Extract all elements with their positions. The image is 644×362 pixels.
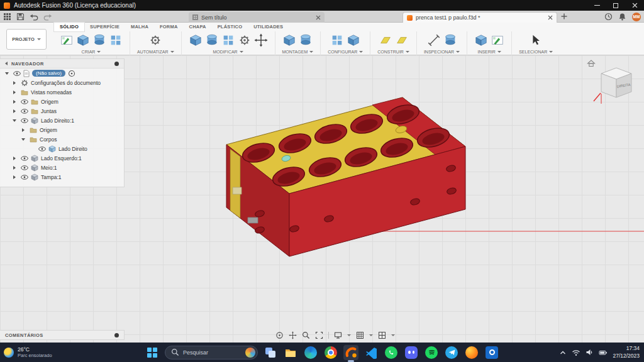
vscode-button[interactable] [364,345,379,360]
battery-icon[interactable] [599,349,608,356]
fillet-button[interactable] [205,33,219,47]
zoom-icon[interactable] [302,331,310,339]
whatsapp-button[interactable] [384,345,399,360]
outlook-button[interactable] [484,345,499,360]
discord-button[interactable] [404,345,419,360]
joint-button[interactable] [299,33,313,47]
browser-item-bodies[interactable]: Corpos [0,134,124,144]
measure-button[interactable] [427,33,441,47]
tab-plastico[interactable]: PLÁSTICO [212,23,248,31]
group-label[interactable]: MONTAGEM [282,50,314,54]
expand-icon[interactable] [13,90,16,94]
group-label[interactable]: SELECIONAR [519,50,553,54]
section-analysis-button[interactable] [443,33,457,47]
visibility-eye-icon[interactable] [21,118,28,123]
construction-plane-button[interactable] [379,33,392,47]
save-icon[interactable] [16,13,25,21]
weather-widget[interactable]: 26°C Parc ensolarado [4,343,52,362]
undo-icon[interactable] [30,13,38,21]
dimension-tag[interactable] [248,217,258,223]
browser-item-lado-direito-body[interactable]: Lado Direito [0,144,124,153]
search-highlight-icon[interactable] [245,348,255,358]
shell-button[interactable] [221,33,235,47]
pan-icon[interactable] [289,331,297,339]
fusion-360-button[interactable] [343,345,358,360]
expand-icon[interactable] [21,138,25,141]
expand-icon[interactable] [13,119,16,122]
browser-item-lado-direito-1[interactable]: Lado Direito:1 [0,116,124,125]
document-tab-untitled[interactable]: Sem título [189,12,325,23]
group-label[interactable]: CRIAR [82,50,101,54]
browser-item-joints[interactable]: Juntas [0,106,124,116]
insert-mesh-button[interactable] [474,33,488,47]
taskbar-clock[interactable]: 17:34 27/12/2023 [613,345,640,359]
browser-item-origin-2[interactable]: Origem [0,125,124,134]
group-label[interactable]: CONSTRUIR [377,50,409,54]
fit-view-icon[interactable] [315,331,323,339]
chevron-down-icon[interactable] [391,334,395,336]
tab-solido[interactable]: SÓLIDO [54,23,84,31]
browser-item-root[interactable]: (Não salvo) [0,69,124,78]
home-icon[interactable] [588,60,595,67]
user-avatar[interactable]: MM [632,13,641,21]
tab-superficie[interactable]: SUPERFÍCIE [84,23,125,31]
wifi-icon[interactable] [572,349,580,356]
model-block[interactable] [226,97,465,256]
group-label[interactable]: MODIFICAR [213,50,243,54]
browser-item-origin[interactable]: Origem [0,97,124,106]
visibility-eye-icon[interactable] [21,165,28,170]
maximize-button[interactable] [606,0,625,11]
expand-icon[interactable] [22,128,25,132]
construction-axis-button[interactable] [395,33,409,47]
create-box-button[interactable] [76,33,90,47]
configuration-table-button[interactable] [347,33,360,47]
viewport-canvas[interactable]: DIREITA NAVEGADOR (Não salvo) [0,55,644,343]
expand-icon[interactable] [13,156,16,160]
panel-options-button[interactable] [114,62,119,66]
start-button[interactable] [145,345,160,360]
volume-icon[interactable] [586,348,594,356]
visibility-eye-icon[interactable] [13,71,21,76]
visibility-eye-icon[interactable] [21,175,28,180]
group-label[interactable]: INSPECIONAR [424,50,460,54]
expand-icon[interactable] [13,166,16,170]
close-button[interactable] [625,0,644,11]
automate-button[interactable] [148,33,162,47]
insert-svg-button[interactable] [491,33,504,47]
create-cylinder-button[interactable] [92,33,106,47]
panel-options-button[interactable] [114,333,119,337]
browser-item-lado-esquerdo-1[interactable]: Lado Esquerdo:1 [0,153,124,163]
document-tab-active[interactable]: prenca test1 p paulo.f3d * [402,12,557,23]
tab-utilidades[interactable]: UTILIDADES [248,23,289,31]
minimize-button[interactable] [587,0,606,11]
browser-item-document-settings[interactable]: Configurações do documento [0,78,124,87]
expand-icon[interactable] [13,109,16,113]
app-grid-icon[interactable] [3,13,11,21]
tab-chapa[interactable]: CHAPA [184,23,212,31]
tab-close-icon[interactable] [548,15,553,20]
tab-malha[interactable]: MALHA [125,23,154,31]
expand-icon[interactable] [13,175,16,179]
expand-icon[interactable] [13,100,16,104]
select-cursor-button[interactable] [529,33,543,47]
browser-item-meio-1[interactable]: Meio:1 [0,163,124,172]
create-pattern-button[interactable] [109,33,123,47]
tab-close-icon[interactable] [316,15,321,20]
move-button[interactable] [254,33,268,47]
new-component-button[interactable] [282,33,296,47]
orbit-icon[interactable] [275,331,284,339]
group-label[interactable]: CONFIGURAR [328,50,363,54]
press-pull-button[interactable] [189,33,203,47]
comments-panel[interactable]: COMENTÁRIOS [0,330,125,340]
document-name-badge[interactable]: (Não salvo) [32,70,65,77]
browser-header[interactable]: NAVEGADOR [0,59,124,69]
group-label[interactable]: INSERIR [477,50,501,54]
expand-icon[interactable] [13,81,16,85]
edge-button[interactable] [303,345,318,360]
browser-item-named-views[interactable]: Vistas nomeadas [0,87,124,97]
expand-icon[interactable] [5,72,9,75]
workspace-selector-button[interactable]: PROJETO [6,29,47,50]
create-sketch-button[interactable] [60,33,74,47]
visibility-eye-icon[interactable] [21,109,28,114]
change-parameters-button[interactable] [238,33,252,47]
